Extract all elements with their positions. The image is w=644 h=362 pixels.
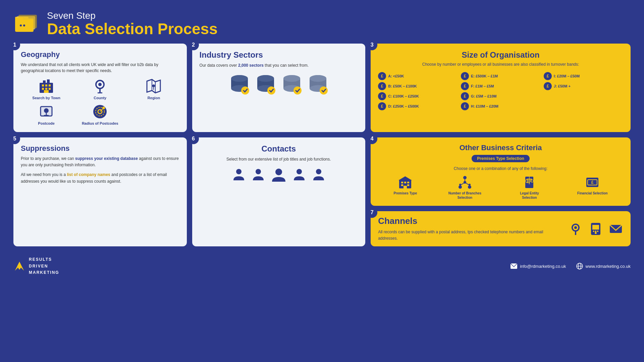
geo-item-postcode: Postcode (21, 103, 72, 125)
svg-rect-13 (45, 88, 47, 90)
telephone-icon (588, 222, 603, 236)
pound-icon-i: £ (544, 72, 552, 80)
row-2: 5 Suppressions Prior to any purchase, we… (13, 137, 631, 246)
header-title: Data Selection Process (47, 21, 218, 37)
geo-label-county: County (94, 96, 106, 100)
map-pin-icon (92, 78, 108, 95)
step4-subtitle: Choose one or a combination of any of th… (378, 166, 623, 171)
person-icon-1 (231, 167, 246, 182)
person-icon-3 (292, 167, 307, 182)
step1-title: Geography (21, 50, 179, 59)
svg-marker-69 (398, 176, 412, 180)
turnover-label-a: A: <£50K (388, 74, 404, 78)
svg-point-77 (459, 184, 461, 186)
svg-point-29 (44, 108, 49, 113)
financial-icon: £ (585, 175, 600, 190)
footer-globe-icon (576, 263, 583, 269)
svg-point-72 (468, 185, 471, 189)
svg-rect-66 (401, 184, 403, 186)
turnover-i: £ I: £20M – £50M (544, 72, 623, 80)
svg-point-41 (241, 86, 249, 95)
svg-point-61 (316, 169, 321, 174)
geo-label-search-by-town: Search by Town (32, 96, 60, 100)
turnover-empty1 (544, 92, 623, 100)
svg-rect-65 (407, 182, 409, 183)
step2-description: Our data covers over 2,000 sectors that … (200, 62, 358, 68)
step7-text: Channels All records can be supplied wit… (378, 216, 561, 242)
svg-rect-14 (49, 88, 51, 90)
row-1: 1 Geography We understand that not all c… (13, 44, 631, 132)
person-icon-4 (311, 167, 326, 182)
svg-point-76 (464, 181, 466, 184)
svg-rect-64 (404, 182, 406, 183)
svg-rect-5 (16, 18, 23, 21)
svg-text:£: £ (591, 180, 594, 185)
step1-geo-grid: Search by Town County (21, 78, 179, 125)
step5-title: Suppressions (21, 144, 179, 153)
other-premises-type: Premises Type (393, 175, 417, 195)
step5-para1: Prior to any purchase, we can suppress y… (21, 156, 179, 168)
svg-rect-96 (593, 231, 594, 232)
svg-rect-16 (43, 80, 46, 84)
svg-point-59 (275, 169, 282, 175)
step4-badge-label: Premises Type Selection (472, 155, 530, 162)
step2-title: Industry Sectors (200, 50, 358, 60)
svg-point-25 (152, 84, 155, 87)
turnover-g: £ G: £5M – £10M (461, 92, 540, 100)
other-financial-label: Financial Selection (577, 191, 608, 195)
svg-rect-97 (595, 231, 596, 232)
step1-card: 1 Geography We understand that not all c… (13, 44, 187, 132)
step5-badge: 5 (9, 133, 20, 144)
turnover-f: £ F: £1M – £5M (461, 82, 540, 90)
header-text: Seven Step Data Selection Process (47, 10, 218, 37)
step3-turnover-grid: £ A: <£50K £ E: £500K – £1M £ I: £20M – … (378, 72, 623, 110)
turnover-label-e: E: £500K – £1M (471, 74, 498, 78)
svg-point-55 (310, 75, 326, 82)
svg-rect-10 (45, 84, 47, 86)
svg-point-91 (574, 226, 577, 229)
turnover-c: £ C: £100K – £250K (378, 92, 458, 100)
svg-marker-100 (15, 262, 24, 271)
turnover-label-f: F: £1M – £5M (471, 84, 494, 88)
building-icon (38, 78, 55, 95)
geo-label-region: Region (148, 96, 160, 100)
turnover-h: £ H: £10M – £20M (461, 102, 540, 110)
footer: RESULTS DRIVEN MARKETING info@rdmarketin… (13, 256, 631, 276)
step2-db-icons (200, 72, 358, 96)
svg-point-58 (256, 169, 261, 174)
geo-item-region: Region (128, 78, 179, 100)
svg-rect-9 (42, 84, 44, 86)
step4-card: 4 Other Business Criteria Premises Type … (371, 137, 631, 206)
svg-rect-94 (592, 225, 599, 230)
pound-icon-g: £ (461, 92, 469, 100)
legal-entity-icon (522, 175, 537, 190)
svg-point-60 (297, 169, 302, 174)
footer-website-text: www.rdmarketing.co.uk (586, 264, 631, 269)
step7-badge: 7 (367, 207, 377, 218)
database-icon-3 (280, 72, 304, 96)
database-icon-2 (254, 72, 277, 96)
premises-type-icon (398, 175, 413, 190)
svg-point-57 (236, 169, 241, 174)
turnover-j: £ J: £50M + (544, 82, 623, 90)
step4-badge: 4 (367, 133, 377, 144)
step2-card: 2 Industry Sectors Our data covers over … (192, 44, 366, 132)
location-icon (568, 222, 583, 236)
svg-point-56 (320, 86, 328, 95)
svg-rect-98 (597, 231, 598, 232)
step4-icons-row: Premises Type (378, 175, 623, 200)
step6-title: Contacts (200, 144, 358, 154)
geo-item-radius: Radius of Postcodes (74, 103, 125, 125)
turnover-label-h: H: £10M – £20M (471, 104, 498, 108)
turnover-d: £ D: £250K – £500K (378, 102, 458, 110)
svg-rect-67 (407, 184, 409, 186)
postcode-icon (38, 103, 55, 120)
svg-point-19 (98, 83, 102, 86)
svg-point-78 (469, 184, 471, 186)
step6-badge: 6 (188, 133, 199, 144)
turnover-label-b: B: £50K – £100K (388, 84, 417, 88)
turnover-e: £ E: £500K – £1M (461, 72, 540, 80)
step3-badge: 3 (367, 40, 377, 50)
svg-point-50 (283, 75, 300, 82)
step7-description: All records can be supplied with a posta… (378, 229, 561, 242)
